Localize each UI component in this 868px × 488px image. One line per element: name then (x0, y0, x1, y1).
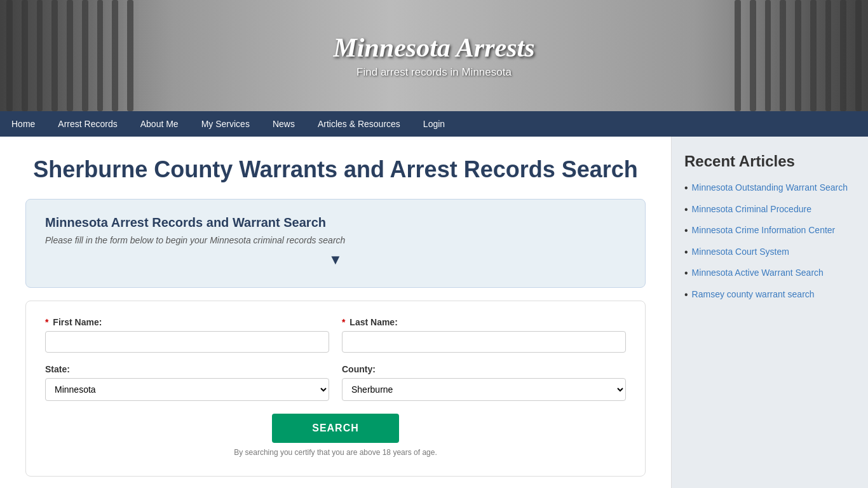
list-item: • Minnesota Crime Information Center (684, 224, 855, 237)
county-group: County: Sherburne Ramsey Hennepin Anoka … (342, 364, 626, 401)
bullet-icon: • (684, 204, 688, 215)
article-link-outstanding-warrant[interactable]: Minnesota Outstanding Warrant Search (692, 182, 848, 194)
required-star-first: * (45, 317, 48, 327)
bullet-icon: • (684, 289, 688, 301)
nav-news[interactable]: News (261, 111, 306, 137)
site-subtitle: Find arrest records in Minnesota (333, 66, 534, 79)
content-area: Sherburne County Warrants and Arrest Rec… (0, 137, 671, 488)
state-label: State: (45, 364, 329, 374)
article-link-crime-info[interactable]: Minnesota Crime Information Center (692, 224, 836, 237)
jail-bars-right (728, 0, 868, 111)
article-link-court-system[interactable]: Minnesota Court System (692, 246, 789, 259)
main-nav: Home Arrest Records About Me My Services… (0, 111, 868, 137)
first-name-input[interactable] (45, 331, 329, 353)
nav-home[interactable]: Home (0, 111, 46, 137)
site-header: Minnesota Arrests Find arrest records in… (0, 0, 868, 111)
article-link-active-warrant[interactable]: Minnesota Active Warrant Search (692, 267, 824, 280)
location-row: State: Minnesota Wisconsin Iowa North Da… (45, 364, 626, 401)
chevron-down-icon: ▼ (45, 252, 626, 268)
list-item: • Minnesota Criminal Procedure (684, 203, 855, 216)
page-title: Sherburne County Warrants and Arrest Rec… (25, 156, 646, 183)
search-button[interactable]: SEARCH (272, 414, 399, 443)
info-box: Minnesota Arrest Records and Warrant Sea… (25, 199, 646, 288)
search-box-subtitle: Please fill in the form below to begin y… (45, 235, 626, 245)
required-star-last: * (342, 317, 345, 327)
list-item: • Minnesota Active Warrant Search (684, 267, 855, 280)
sidebar-title: Recent Articles (684, 152, 855, 170)
last-name-label: * Last Name: (342, 317, 626, 327)
bullet-icon: • (684, 225, 688, 236)
list-item: • Ramsey county warrant search (684, 288, 855, 301)
list-item: • Minnesota Outstanding Warrant Search (684, 182, 855, 194)
last-name-input[interactable] (342, 331, 626, 353)
site-title: Minnesota Arrests (333, 32, 534, 63)
first-name-label: * First Name: (45, 317, 329, 327)
search-box-title: Minnesota Arrest Records and Warrant Sea… (45, 215, 626, 230)
county-select[interactable]: Sherburne Ramsey Hennepin Anoka Dakota W… (342, 378, 626, 401)
nav-login[interactable]: Login (412, 111, 456, 137)
nav-arrest-records[interactable]: Arrest Records (46, 111, 128, 137)
list-item: • Minnesota Court System (684, 246, 855, 259)
first-name-group: * First Name: (45, 317, 329, 353)
search-form-container: * First Name: * Last Name: State: (25, 301, 646, 477)
header-text: Minnesota Arrests Find arrest records in… (333, 32, 534, 79)
nav-articles[interactable]: Articles & Resources (306, 111, 412, 137)
bullet-icon: • (684, 268, 688, 279)
jail-bars-left (0, 0, 140, 111)
nav-about-me[interactable]: About Me (129, 111, 190, 137)
state-group: State: Minnesota Wisconsin Iowa North Da… (45, 364, 329, 401)
sidebar: Recent Articles • Minnesota Outstanding … (671, 137, 868, 488)
state-select[interactable]: Minnesota Wisconsin Iowa North Dakota So… (45, 378, 329, 401)
county-label: County: (342, 364, 626, 374)
main-container: Sherburne County Warrants and Arrest Rec… (0, 137, 868, 488)
form-disclaimer: By searching you certify that you are ab… (45, 448, 626, 457)
article-link-criminal-procedure[interactable]: Minnesota Criminal Procedure (692, 203, 811, 216)
last-name-group: * Last Name: (342, 317, 626, 353)
nav-services[interactable]: My Services (190, 111, 261, 137)
recent-articles-list: • Minnesota Outstanding Warrant Search •… (684, 182, 855, 301)
bullet-icon: • (684, 182, 688, 194)
article-link-ramsey[interactable]: Ramsey county warrant search (692, 288, 815, 301)
name-row: * First Name: * Last Name: (45, 317, 626, 353)
bullet-icon: • (684, 247, 688, 258)
